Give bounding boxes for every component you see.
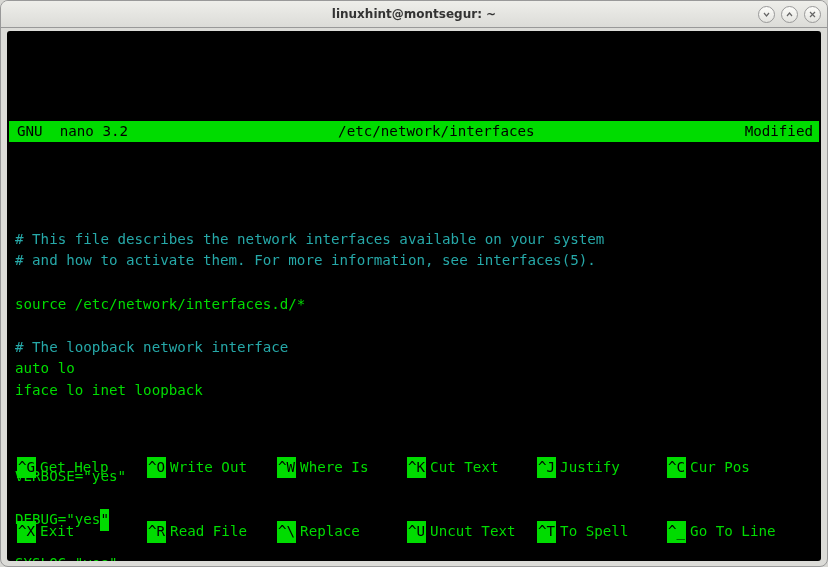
editor-line: iface lo inet loopback: [15, 380, 819, 402]
shortcut-label: Read File: [166, 521, 247, 543]
shortcut-label: Get Help: [36, 457, 108, 479]
shortcut-label: Justify: [556, 457, 620, 479]
shortcut-row-1: ^GGet Help^OWrite Out^WWhere Is^KCut Tex…: [17, 457, 821, 479]
shortcut-item[interactable]: ^\Replace: [277, 521, 407, 543]
nano-version: GNU nano 3.2: [9, 121, 128, 142]
shortcut-key: ^R: [147, 521, 166, 543]
shortcut-key: ^G: [17, 457, 36, 479]
editor-line: [15, 207, 819, 229]
shortcut-label: Cur Pos: [686, 457, 750, 479]
shortcut-label: Uncut Text: [426, 521, 515, 543]
shortcut-row-2: ^XExit^RRead File^\Replace^UUncut Text^T…: [17, 521, 821, 543]
shortcut-item[interactable]: ^GGet Help: [17, 457, 147, 479]
shortcut-key: ^O: [147, 457, 166, 479]
shortcut-label: Go To Line: [686, 521, 775, 543]
editor-line: source /etc/network/interfaces.d/*: [15, 294, 819, 316]
editor-line: # The loopback network interface: [15, 337, 819, 359]
editor-line: # This file describes the network interf…: [15, 229, 819, 251]
shortcut-item[interactable]: ^TTo Spell: [537, 521, 667, 543]
shortcut-item[interactable]: ^RRead File: [147, 521, 277, 543]
shortcut-item[interactable]: ^JJustify: [537, 457, 667, 479]
terminal-window: linuxhint@montsegur: ~ GNU nano 3.2 /etc…: [0, 0, 828, 567]
nano-filename: /etc/network/interfaces: [128, 121, 745, 142]
shortcut-key: ^T: [537, 521, 556, 543]
editor-line: [15, 272, 819, 294]
window-title: linuxhint@montsegur: ~: [332, 7, 496, 21]
shortcut-key: ^X: [17, 521, 36, 543]
shortcut-item[interactable]: ^WWhere Is: [277, 457, 407, 479]
shortcut-item[interactable]: ^OWrite Out: [147, 457, 277, 479]
editor-line: # and how to activate them. For more inf…: [15, 250, 819, 272]
shortcut-label: Replace: [296, 521, 360, 543]
shortcut-key: ^\: [277, 521, 296, 543]
window-controls: [758, 6, 821, 23]
shortcut-label: Where Is: [296, 457, 368, 479]
shortcut-label: Exit: [36, 521, 74, 543]
editor-line: auto lo: [15, 358, 819, 380]
shortcut-label: To Spell: [556, 521, 628, 543]
minimize-button[interactable]: [758, 6, 775, 23]
maximize-button[interactable]: [781, 6, 798, 23]
titlebar[interactable]: linuxhint@montsegur: ~: [1, 1, 827, 28]
shortcut-label: Cut Text: [426, 457, 498, 479]
shortcut-key: ^U: [407, 521, 426, 543]
shortcut-item[interactable]: ^UUncut Text: [407, 521, 537, 543]
terminal-viewport[interactable]: GNU nano 3.2 /etc/network/interfaces Mod…: [7, 31, 821, 561]
nano-header-bar: GNU nano 3.2 /etc/network/interfaces Mod…: [9, 121, 819, 142]
shortcut-item[interactable]: ^KCut Text: [407, 457, 537, 479]
nano-status: Modified: [745, 121, 819, 142]
shortcut-key: ^_: [667, 521, 686, 543]
close-button[interactable]: [804, 6, 821, 23]
shortcut-item[interactable]: ^XExit: [17, 521, 147, 543]
shortcut-key: ^J: [537, 457, 556, 479]
shortcut-key: ^C: [667, 457, 686, 479]
shortcut-item[interactable]: ^CCur Pos: [667, 457, 797, 479]
shortcut-key: ^K: [407, 457, 426, 479]
shortcut-label: Write Out: [166, 457, 247, 479]
shortcut-key: ^W: [277, 457, 296, 479]
shortcut-bar: ^GGet Help^OWrite Out^WWhere Is^KCut Tex…: [17, 413, 821, 561]
editor-line: [15, 315, 819, 337]
shortcut-item[interactable]: ^_Go To Line: [667, 521, 797, 543]
